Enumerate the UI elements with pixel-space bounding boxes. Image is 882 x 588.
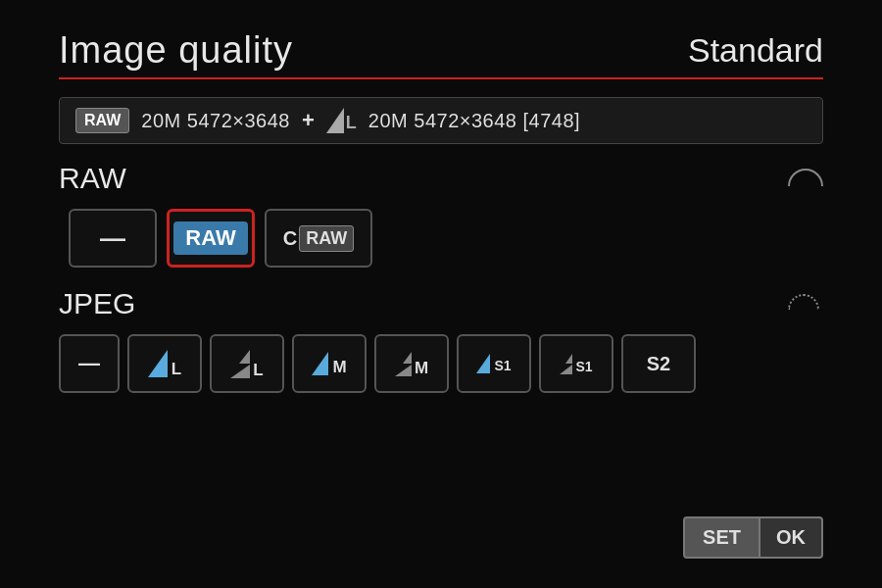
raw-section: RAW — RAW C RAW — [59, 162, 823, 268]
stacked-tri-L — [230, 350, 250, 378]
tri-gray-top-S1 — [565, 354, 572, 364]
M-label2: M — [415, 360, 428, 376]
jpeg-label: JPEG — [59, 287, 135, 320]
info-text-1: 20M 5472×3648 — [141, 110, 290, 132]
M-label: M — [332, 359, 346, 375]
S2-label: S2 — [647, 353, 670, 375]
stacked-tri-S1 — [560, 354, 572, 374]
craw-inner: C RAW — [283, 225, 354, 252]
jpeg-dial-icon — [788, 294, 823, 314]
screen: Image quality Standard RAW 20M 5472×3648… — [0, 0, 882, 588]
raw-btn-raw[interactable]: RAW — [167, 209, 255, 268]
S1-label2: S1 — [575, 359, 592, 374]
fine-S1-icon: S1 — [476, 354, 511, 373]
jpeg-section: JPEG — L — [59, 287, 823, 393]
L-label2: L — [253, 362, 263, 378]
S1-label: S1 — [494, 358, 511, 373]
jpeg-dash-label: — — [78, 351, 100, 376]
header-divider — [59, 77, 823, 79]
header-value: Standard — [688, 31, 823, 70]
raw-badge: RAW — [75, 108, 129, 133]
dial-dots — [788, 294, 819, 310]
tri-blue-fine-M — [312, 352, 328, 375]
raw-section-header: RAW — [59, 162, 823, 195]
tri-gray-top-L — [239, 350, 250, 364]
raw-btn-craw[interactable]: C RAW — [265, 209, 372, 268]
jpeg-btn-dash[interactable]: — — [59, 334, 120, 393]
jpeg-btn-normal-S1[interactable]: S1 — [539, 334, 613, 393]
dash-label: — — [100, 225, 125, 251]
jpeg-section-header: JPEG — [59, 287, 823, 320]
tri-gray-bot-L — [230, 365, 250, 378]
fine-M-icon: M — [312, 352, 346, 375]
raw-dial-icon — [788, 169, 823, 188]
raw-button-row: — RAW C RAW — [59, 209, 823, 268]
tri-blue-fine-L — [148, 350, 168, 377]
tri-gray-bot-M — [395, 365, 412, 376]
normal-M-icon: M — [395, 352, 428, 376]
craw-c: C — [283, 227, 297, 250]
header: Image quality Standard — [59, 29, 823, 72]
jpeg-btn-normal-L[interactable]: L — [210, 334, 284, 393]
set-button[interactable]: SET — [683, 516, 760, 559]
jpeg-btn-fine-M[interactable]: M — [292, 334, 367, 393]
stacked-tri-M — [395, 352, 412, 376]
ok-button[interactable]: OK — [760, 516, 823, 559]
jpeg-btn-normal-M[interactable]: M — [374, 334, 449, 393]
page-title: Image quality — [59, 29, 293, 72]
normal-S1-icon: S1 — [560, 354, 592, 374]
L-label: L — [172, 361, 181, 377]
raw-btn-dash[interactable]: — — [69, 209, 157, 268]
bottom-right-buttons: SET OK — [683, 516, 823, 559]
raw-btn-label: RAW — [173, 221, 247, 255]
jpeg-button-row: — L L — [59, 334, 823, 393]
tri-gray-bot-S1 — [560, 365, 572, 374]
fine-L-icon: L — [148, 350, 181, 377]
tri-gray-top-M — [403, 352, 412, 364]
tri-blue-fine-S1 — [476, 354, 490, 373]
jpeg-triangle-icon: L — [326, 108, 357, 133]
jpeg-btn-fine-L[interactable]: L — [127, 334, 202, 393]
craw-raw-badge: RAW — [299, 225, 354, 252]
jpeg-btn-fine-S1[interactable]: S1 — [457, 334, 531, 393]
normal-L-icon: L — [230, 350, 263, 378]
jpeg-btn-S2[interactable]: S2 — [621, 334, 696, 393]
dial-half — [788, 169, 823, 186]
raw-label: RAW — [59, 162, 126, 195]
info-text-2: 20M 5472×3648 [4748] — [368, 110, 580, 132]
info-bar: RAW 20M 5472×3648 + L 20M 5472×3648 [474… — [59, 97, 823, 144]
plus-sign: + — [302, 108, 315, 133]
